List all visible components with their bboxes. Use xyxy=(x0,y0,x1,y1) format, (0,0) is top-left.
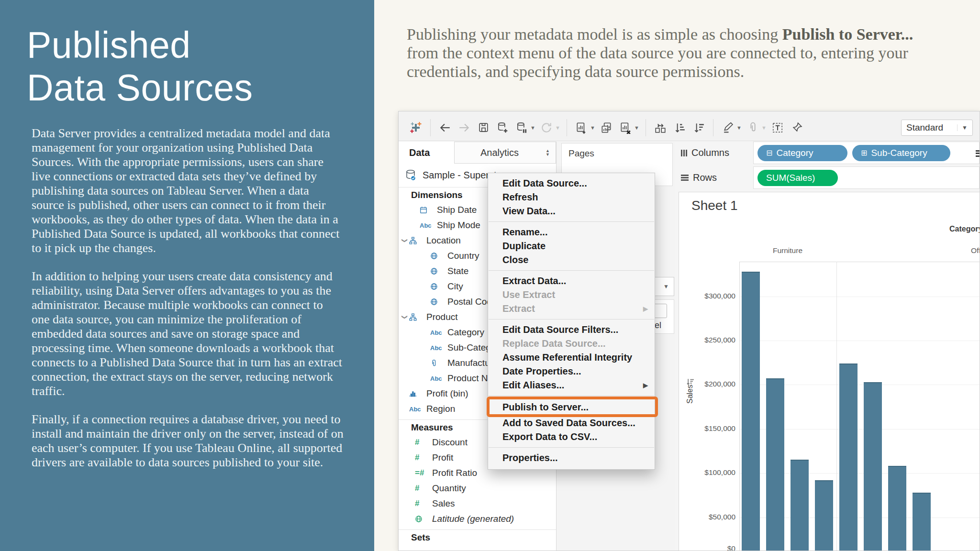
bar-mark[interactable] xyxy=(839,364,858,551)
bar-mark[interactable] xyxy=(815,480,833,551)
fit-mode-dropdown[interactable]: Standard ▼ xyxy=(901,120,973,136)
new-worksheet-dropdown-caret[interactable]: ▼ xyxy=(590,125,596,131)
menu-separator xyxy=(489,221,654,222)
chevron-down-icon[interactable]: ❯ xyxy=(401,313,408,321)
tableau-logo-icon xyxy=(409,121,423,135)
tableau-window: ▼ ▼ ▼ ▼ ▼ ▼ xyxy=(398,111,980,551)
clear-sheet-dropdown-caret[interactable]: ▼ xyxy=(634,125,640,131)
pill-category[interactable]: ⊟Category xyxy=(757,145,847,161)
menu-item-publish-to-server[interactable]: Publish to Server... xyxy=(488,399,655,415)
pause-auto-updates-icon[interactable] xyxy=(514,121,529,135)
sort-descending-icon[interactable] xyxy=(691,121,706,135)
bar-mark[interactable] xyxy=(913,493,931,551)
duplicate-sheet-icon[interactable] xyxy=(599,121,613,135)
pause-updates-dropdown-caret[interactable]: ▼ xyxy=(530,125,536,131)
field-latitude-generated-[interactable]: Latitude (generated) xyxy=(399,511,556,527)
text-box-icon[interactable] xyxy=(770,121,785,135)
columns-icon xyxy=(681,150,687,156)
bar-mark[interactable] xyxy=(766,378,784,551)
menu-separator xyxy=(489,396,654,396)
left-info-panel: PublishedData Sources Data Server provid… xyxy=(0,0,374,551)
toolbar-separator xyxy=(567,119,567,136)
new-worksheet-icon[interactable] xyxy=(574,121,589,135)
menu-item-date-properties[interactable]: Date Properties... xyxy=(488,364,655,378)
undo-back-icon[interactable] xyxy=(438,121,452,135)
calendar-icon xyxy=(420,206,434,214)
bar-mark[interactable] xyxy=(864,382,882,551)
sort-ascending-icon[interactable] xyxy=(672,121,687,135)
sheet-title: Sheet 1 xyxy=(691,198,738,213)
paperclip-dropdown-caret[interactable]: ▼ xyxy=(761,125,767,131)
menu-item-add-to-saved-data-sources[interactable]: Add to Saved Data Sources... xyxy=(488,416,655,430)
rows-shelf[interactable]: SUM(Sales) xyxy=(753,166,980,189)
menu-separator xyxy=(489,447,654,448)
field-quantity[interactable]: #Quantity xyxy=(399,481,556,496)
field-label: State xyxy=(447,266,468,276)
menu-item-view-data[interactable]: View Data... xyxy=(488,204,655,218)
y-tick-label: $150,000 xyxy=(696,424,735,433)
minus-box-icon[interactable]: ⊟ xyxy=(766,148,772,157)
menu-item-edit-data-source-filters[interactable]: Edit Data Source Filters... xyxy=(488,323,655,337)
menu-item-properties[interactable]: Properties... xyxy=(488,451,655,465)
tab-analytics[interactable]: Analytics ▲▼ xyxy=(454,142,556,164)
bar-mark[interactable] xyxy=(791,460,809,551)
menu-item-duplicate[interactable]: Duplicate xyxy=(488,239,655,253)
field-label: Profit Ratio xyxy=(432,468,477,478)
refresh-dropdown-caret[interactable]: ▼ xyxy=(555,125,561,131)
menu-item-label: Close xyxy=(502,254,528,265)
globe-green-icon xyxy=(415,515,429,523)
hash-icon: # xyxy=(415,499,429,508)
presentation-pin-icon[interactable] xyxy=(790,121,804,135)
menu-item-extract-data[interactable]: Extract Data... xyxy=(488,274,655,288)
globe-icon xyxy=(430,298,445,306)
pill-sum-sales-[interactable]: SUM(Sales) xyxy=(757,170,838,186)
menu-item-extract[interactable]: Extract▶ xyxy=(488,302,655,316)
field-label: Latitude (generated) xyxy=(432,514,514,524)
menu-item-refresh[interactable]: Refresh xyxy=(488,190,655,204)
toolbar-separator xyxy=(646,119,646,136)
menu-item-label: Edit Aliases... xyxy=(502,380,564,390)
menu-item-label: Extract xyxy=(502,303,535,314)
new-data-source-icon[interactable] xyxy=(495,121,510,135)
bar-mark[interactable] xyxy=(888,466,906,551)
sheet-view: Sheet 1 Category Sales $300,000$250,000$… xyxy=(679,192,980,551)
field-sales[interactable]: #Sales xyxy=(399,496,556,511)
menu-item-label: View Data... xyxy=(502,206,556,216)
highlight-pen-icon[interactable] xyxy=(721,121,735,135)
columns-shelf[interactable]: ⊟Category⊞Sub-Category xyxy=(753,142,980,164)
intro-bold-phrase: Publish to Server... xyxy=(782,25,913,43)
field-label: Quantity xyxy=(432,483,466,494)
menu-item-rename[interactable]: Rename... xyxy=(488,225,655,239)
plus-box-icon[interactable]: ⊞ xyxy=(861,148,867,157)
menu-item-use-extract[interactable]: Use Extract xyxy=(488,288,655,302)
menu-item-replace-data-source[interactable]: Replace Data Source... xyxy=(488,337,655,351)
histogram-icon xyxy=(409,389,423,398)
highlight-dropdown-caret[interactable]: ▼ xyxy=(736,125,742,131)
menu-item-close[interactable]: Close xyxy=(488,253,655,267)
save-icon[interactable] xyxy=(476,121,490,135)
clear-sheet-icon[interactable] xyxy=(618,121,633,135)
menu-item-edit-data-source[interactable]: Edit Data Source... xyxy=(488,176,655,190)
hash-icon: # xyxy=(415,453,429,462)
menu-item-edit-aliases[interactable]: Edit Aliases...▶ xyxy=(488,378,655,392)
redo-forward-icon[interactable] xyxy=(457,121,471,135)
pill-label: Sub-Category xyxy=(871,148,927,158)
bar-mark[interactable] xyxy=(742,272,760,551)
swap-axes-icon[interactable] xyxy=(653,121,668,135)
format-paperclip-icon[interactable] xyxy=(746,121,760,135)
pill-sub-category[interactable]: ⊞Sub-Category xyxy=(852,145,950,161)
refresh-icon[interactable] xyxy=(539,121,554,135)
menu-item-assume-referential-integrity[interactable]: Assume Referential Integrity xyxy=(488,351,655,364)
pill-label: SUM(Sales) xyxy=(766,173,815,183)
pane-collapse-icon[interactable]: ▲▼ xyxy=(546,149,550,156)
panel-paragraph: Data Server provides a centralized metad… xyxy=(32,126,344,255)
globe-icon xyxy=(430,267,445,276)
chevron-down-icon[interactable]: ❯ xyxy=(401,236,408,245)
data-pane-tabs: Data Analytics ▲▼ xyxy=(399,142,556,164)
menu-item-label: Edit Data Source Filters... xyxy=(502,324,618,335)
page: { "left_panel": { "title_line1": "Publis… xyxy=(0,0,980,551)
y-axis-line xyxy=(739,262,740,551)
tab-data[interactable]: Data xyxy=(399,142,454,164)
menu-item-export-data-to-csv[interactable]: Export Data to CSV... xyxy=(488,430,655,444)
menu-item-label: Add to Saved Data Sources... xyxy=(502,418,635,428)
